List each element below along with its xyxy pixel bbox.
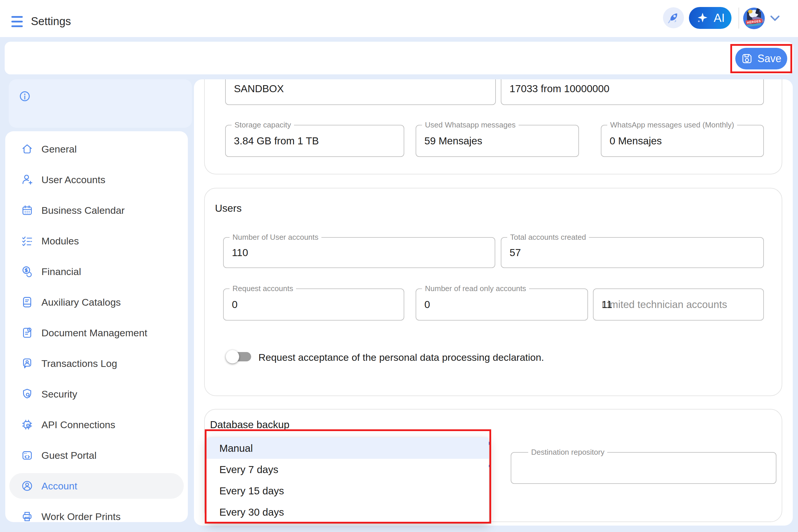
users-section-title: Users bbox=[215, 203, 242, 214]
dropdown-option-label: Manual bbox=[219, 442, 253, 454]
request-accounts-field[interactable]: Request accounts 0 bbox=[223, 288, 404, 321]
shield-search-icon bbox=[20, 387, 34, 401]
user-add-icon bbox=[20, 173, 34, 186]
dropdown-option-manual[interactable]: Manual bbox=[207, 437, 489, 459]
whatsapp-used-field[interactable]: Used Whatsapp messages 59 Mensajes bbox=[416, 125, 579, 157]
account-limits-card: SANDBOX 17033 from 10000000 Storage capa… bbox=[204, 79, 782, 174]
sidebar-item-financial[interactable]: Financial bbox=[10, 259, 184, 284]
field-label: Number of User accounts bbox=[230, 233, 321, 242]
save-button-label: Save bbox=[758, 53, 781, 65]
field-value: 3.84 GB from 1 TB bbox=[234, 135, 319, 147]
sidebar-item-label: Account bbox=[41, 480, 77, 492]
usage-field[interactable]: 17033 from 10000000 bbox=[501, 79, 764, 105]
app-header: Settings AI HÉROES bbox=[0, 0, 798, 37]
sidebar-item-auxiliary-catalogs[interactable]: Auxiliary Catalogs bbox=[10, 289, 184, 315]
toggle-personal-data-label: Request acceptance of the personal data … bbox=[259, 352, 544, 363]
field-label: Used Whatsapp messages bbox=[422, 120, 518, 130]
field-placeholder: Limited technician accounts bbox=[602, 299, 727, 310]
avatar-chevron-down-icon[interactable] bbox=[770, 15, 780, 22]
sidebar-item-user-accounts[interactable]: User Accounts bbox=[10, 167, 184, 192]
dollar-coin-icon bbox=[20, 265, 34, 278]
printer-icon bbox=[20, 510, 34, 523]
storage-capacity-field[interactable]: Storage capacity 3.84 GB from 1 TB bbox=[225, 125, 404, 157]
sidebar-item-label: Auxiliary Catalogs bbox=[41, 297, 121, 308]
sidebar-item-label: Business Calendar bbox=[41, 205, 125, 216]
dropdown-option-every-7-days[interactable]: Every 7 days bbox=[207, 459, 489, 480]
field-label: Total accounts created bbox=[507, 233, 589, 242]
dropdown-option-every-15-days[interactable]: Every 15 days bbox=[207, 480, 489, 501]
field-label: Destination repository bbox=[528, 448, 607, 457]
backup-section-title: Database backup bbox=[210, 419, 289, 431]
dropdown-option-label: Every 30 days bbox=[219, 506, 284, 518]
sidebar-item-business-calendar[interactable]: Business Calendar bbox=[10, 197, 184, 223]
sidebar-item-label: API Connections bbox=[41, 419, 115, 431]
sidebar-item-account[interactable]: Account bbox=[10, 473, 184, 499]
sidebar-item-modules[interactable]: Modules bbox=[10, 228, 184, 254]
sparkle-icon bbox=[696, 12, 708, 24]
field-label: Storage capacity bbox=[232, 120, 294, 130]
dropdown-option-every-30-days[interactable]: Every 30 days bbox=[207, 501, 489, 522]
chip-gear-icon bbox=[20, 418, 34, 431]
sidebar-item-label: Financial bbox=[41, 266, 81, 278]
hamburger-menu-icon[interactable] bbox=[12, 16, 23, 28]
info-banner: Information You have pending changes to … bbox=[9, 79, 192, 128]
rocket-icon bbox=[667, 11, 680, 24]
sidebar-item-label: Transactions Log bbox=[41, 358, 117, 369]
field-value: 57 bbox=[510, 247, 521, 259]
avatar-helmet bbox=[748, 10, 753, 14]
field-value: 17033 from 10000000 bbox=[510, 83, 610, 95]
ai-button-label: AI bbox=[714, 12, 725, 24]
toggle-personal-data-knob[interactable] bbox=[226, 350, 239, 363]
sidebar-item-api-connections[interactable]: API Connections bbox=[10, 412, 184, 437]
id-badge-icon bbox=[20, 357, 34, 370]
header-divider bbox=[739, 7, 739, 28]
sidebar-item-label: Modules bbox=[41, 235, 79, 247]
destination-repository-field[interactable]: Destination repository bbox=[511, 452, 776, 484]
field-value: 0 Mensajes bbox=[610, 135, 662, 147]
field-value: 110 bbox=[232, 247, 248, 259]
sidebar-item-general[interactable]: General bbox=[10, 136, 184, 162]
user-circle-icon bbox=[20, 479, 34, 493]
page-title: Settings bbox=[31, 15, 71, 28]
environment-field[interactable]: SANDBOX bbox=[225, 79, 496, 105]
field-value: 0 bbox=[424, 299, 430, 310]
sidebar-item-label: Work Order Prints bbox=[41, 511, 120, 522]
rocket-button[interactable] bbox=[663, 7, 684, 28]
field-label: Request accounts bbox=[230, 284, 296, 293]
whatsapp-monthly-field[interactable]: WhatsApp messages used (Monthly) 0 Mensa… bbox=[601, 125, 764, 157]
field-value: 0 bbox=[232, 299, 238, 310]
sidebar-item-security[interactable]: Security bbox=[10, 381, 184, 407]
sidebar-item-label: General bbox=[41, 144, 77, 155]
actions-toolbar bbox=[5, 42, 793, 74]
field-label: WhatsApp messages used (Monthly) bbox=[607, 120, 737, 130]
ai-assistant-button[interactable]: AI bbox=[689, 7, 732, 29]
total-accounts-created-field[interactable]: Total accounts created 57 bbox=[501, 237, 764, 268]
number-of-user-accounts-field[interactable]: Number of User accounts 110 bbox=[223, 237, 495, 268]
dropdown-option-label: Every 15 days bbox=[219, 485, 284, 497]
calendar-icon bbox=[20, 204, 34, 217]
info-icon bbox=[18, 90, 32, 103]
browser-code-icon bbox=[20, 449, 34, 462]
document-clock-icon bbox=[20, 326, 34, 340]
field-value: 59 Mensajes bbox=[424, 135, 482, 147]
settings-page: Settings AI HÉROES bbox=[0, 0, 798, 532]
save-floppy-icon bbox=[741, 53, 753, 64]
read-only-accounts-field[interactable]: Number of read only accounts 0 bbox=[416, 288, 588, 321]
sidebar-item-label: Document Management bbox=[41, 327, 147, 339]
sidebar-item-work-order-prints[interactable]: Work Order Prints bbox=[10, 504, 184, 529]
dropdown-option-label: Every 7 days bbox=[219, 464, 278, 475]
sidebar-item-transactions-log[interactable]: Transactions Log bbox=[10, 350, 184, 376]
save-button[interactable]: Save bbox=[735, 48, 787, 70]
limited-technician-accounts-field[interactable]: Limited technician accounts 11 bbox=[593, 288, 764, 321]
backup-frequency-dropdown-menu: Manual Every 7 days Every 15 days Every … bbox=[207, 437, 489, 522]
sidebar-item-guest-portal[interactable]: Guest Portal bbox=[10, 442, 184, 468]
catalog-book-icon bbox=[20, 296, 34, 309]
sidebar-item-document-management[interactable]: Document Management bbox=[10, 320, 184, 346]
field-typed-value: 11 bbox=[602, 299, 612, 310]
home-icon bbox=[20, 142, 34, 156]
sidebar-item-label: Guest Portal bbox=[41, 450, 97, 461]
avatar[interactable]: HÉROES bbox=[743, 7, 765, 29]
field-value: SANDBOX bbox=[234, 83, 284, 95]
settings-sidebar: General User Accounts Business Calendar bbox=[5, 131, 188, 522]
users-card: Users Number of User accounts 110 Total … bbox=[204, 188, 782, 396]
